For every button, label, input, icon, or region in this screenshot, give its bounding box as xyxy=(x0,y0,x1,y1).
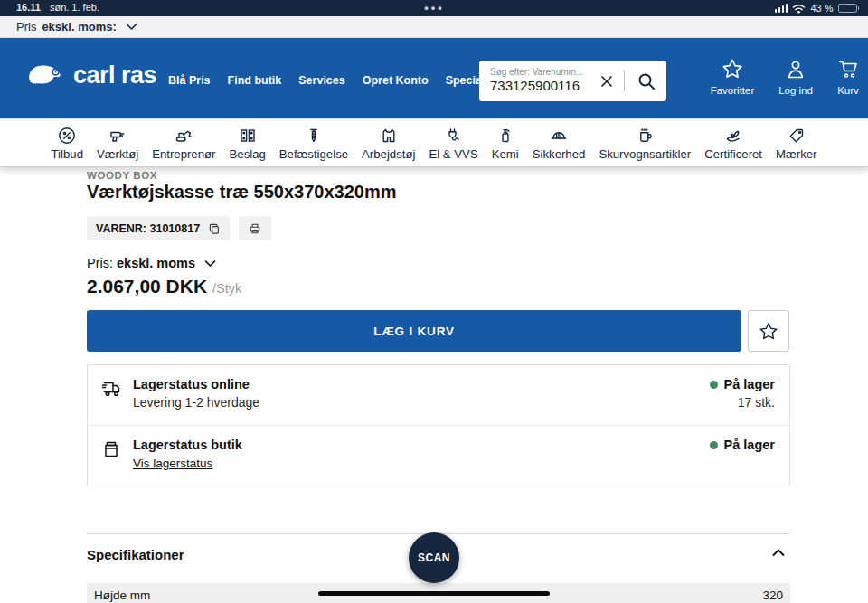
nav-link-find-butik[interactable]: Find butik xyxy=(228,74,282,87)
product-brand: WOODY BOX xyxy=(87,170,157,181)
clear-search-icon[interactable] xyxy=(597,71,617,91)
category-label: Certificeret xyxy=(704,147,762,161)
spray-bottle-icon xyxy=(495,126,515,146)
sku-copy-pill[interactable]: VARENR: 31010817 xyxy=(87,216,230,240)
category-skurvognsartikler[interactable]: Skurvognsartikler xyxy=(599,126,691,161)
mug-icon xyxy=(635,126,655,146)
category-label: Befæstigelse xyxy=(279,147,348,161)
nav-link-opret-konto[interactable]: Opret Konto xyxy=(363,74,429,87)
login-label: Log ind xyxy=(778,85,813,96)
scan-button[interactable]: SCAN xyxy=(409,532,459,583)
in-stock-dot-icon xyxy=(710,381,718,389)
show-stock-status-link[interactable]: Vis lagerstatus xyxy=(133,457,212,470)
category-arbejdstoj[interactable]: Arbejdstøj xyxy=(362,126,415,161)
category-beslag[interactable]: Beslag xyxy=(230,126,266,161)
printer-icon xyxy=(248,221,262,236)
multitask-dots-icon: ●●● xyxy=(0,5,868,12)
home-indicator[interactable] xyxy=(318,591,550,596)
chevron-down-icon[interactable] xyxy=(204,259,216,268)
category-label: Beslag xyxy=(230,147,266,161)
price-vat-mode: ekskl. moms xyxy=(117,256,195,270)
site-header: carl ras Blå Pris Find butik Services Op… xyxy=(0,38,868,118)
category-label: Arbejdstøj xyxy=(362,147,415,161)
print-button[interactable] xyxy=(239,216,271,240)
spec-label: Højde mm xyxy=(94,589,150,602)
star-icon xyxy=(721,58,744,80)
carl-ras-logo[interactable]: carl ras xyxy=(25,61,156,90)
category-befaestigelse[interactable]: Befæstigelse xyxy=(279,126,348,161)
category-label: Skurvognsartikler xyxy=(599,147,691,161)
copy-icon[interactable] xyxy=(207,221,221,235)
plug-icon xyxy=(444,126,464,146)
collapse-section-icon[interactable] xyxy=(772,549,785,557)
stock-store-status: På lager xyxy=(724,438,775,452)
category-el-vvs[interactable]: El & VVS xyxy=(429,126,477,161)
vat-prefix: Pris xyxy=(16,20,36,33)
search-placeholder-label: Søg efter: Varenumm... xyxy=(490,67,583,77)
category-label: Værktøj xyxy=(97,147,138,161)
stock-online-row: Lagerstatus online Levering 1-2 hverdage… xyxy=(88,365,789,426)
vat-toggle-bar[interactable]: Pris ekskl. moms: xyxy=(0,16,868,38)
cart-label: Kurv xyxy=(837,85,859,96)
specifications-heading: Specifikationer xyxy=(87,547,184,562)
category-maerker[interactable]: Mærker xyxy=(776,126,816,161)
favorites-label: Favoritter xyxy=(711,85,755,96)
cart-button[interactable]: Kurv xyxy=(816,58,868,96)
sku-row: VARENR: 31010817 xyxy=(87,216,271,240)
category-label: Tilbud xyxy=(52,147,83,161)
stock-store-row: Lagerstatus butik Vis lagerstatus På lag… xyxy=(88,426,789,485)
category-certificeret[interactable]: Certificeret xyxy=(704,126,762,161)
chevron-down-icon[interactable] xyxy=(126,23,137,31)
vat-mode: ekskl. moms: xyxy=(42,20,116,33)
stock-online-status: På lager xyxy=(724,377,775,391)
stock-online-title: Lagerstatus online xyxy=(133,377,710,391)
category-label: Sikkerhed xyxy=(533,147,586,161)
screw-icon xyxy=(304,126,324,146)
header-nav: Blå Pris Find butik Services Opret Konto… xyxy=(168,74,512,87)
cellular-signal-icon xyxy=(775,4,788,13)
spec-value: 320 xyxy=(762,589,783,602)
sprout-hand-icon xyxy=(723,126,743,146)
category-vaerktoj[interactable]: Værktøj xyxy=(97,126,138,161)
store-icon xyxy=(100,438,133,485)
favorites-button[interactable]: Favoritter xyxy=(700,58,765,96)
price-vat-selector[interactable]: Pris: ekskl. moms xyxy=(87,256,216,270)
category-entreprenor[interactable]: Entreprenør xyxy=(152,126,215,161)
category-tilbud[interactable]: Tilbud xyxy=(52,126,83,161)
search-divider xyxy=(624,71,625,91)
search-submit-icon[interactable] xyxy=(635,70,658,93)
category-label: Kemi xyxy=(492,147,519,161)
category-label: Entreprenør xyxy=(152,147,215,161)
price-unit: /Styk xyxy=(212,281,241,296)
cart-icon xyxy=(836,58,860,80)
stock-status-card: Lagerstatus online Levering 1-2 hverdage… xyxy=(87,364,790,485)
brand-name: carl ras xyxy=(73,61,156,90)
category-label: El & VVS xyxy=(429,147,477,161)
search-box[interactable]: Søg efter: Varenumm... 733125900116 xyxy=(479,61,666,101)
battery-icon xyxy=(838,4,860,13)
category-sikkerhed[interactable]: Sikkerhed xyxy=(533,126,586,161)
helmet-icon xyxy=(549,126,569,146)
excavator-icon xyxy=(174,126,193,146)
sku-number: VARENR: 31010817 xyxy=(96,222,200,235)
star-icon xyxy=(758,321,779,342)
status-bar: 16.11 søn. 1. feb. ●●● 43 % xyxy=(0,0,868,16)
battery-percent: 43 % xyxy=(810,3,833,14)
product-title: Værktøjskasse træ 550x370x320mm xyxy=(87,182,396,203)
tag-icon xyxy=(787,126,807,146)
price-prefix: Pris: xyxy=(87,256,113,270)
search-input[interactable]: 733125900116 xyxy=(490,78,597,93)
user-icon xyxy=(784,58,807,80)
nav-link-services[interactable]: Services xyxy=(298,74,344,87)
category-kemi[interactable]: Kemi xyxy=(492,126,519,161)
drill-icon xyxy=(108,126,127,146)
hinge-icon xyxy=(238,126,258,146)
nav-link-bla-pris[interactable]: Blå Pris xyxy=(168,74,211,87)
percent-icon xyxy=(57,126,77,146)
price-row: 2.067,00 DKK /Styk xyxy=(87,276,241,297)
in-stock-dot-icon xyxy=(710,441,718,449)
category-label: Mærker xyxy=(776,147,816,161)
stock-online-quantity: 17 stk. xyxy=(710,395,775,410)
add-to-cart-button[interactable]: LÆG I KURV xyxy=(87,310,741,352)
add-to-favorites-button[interactable] xyxy=(748,310,789,352)
